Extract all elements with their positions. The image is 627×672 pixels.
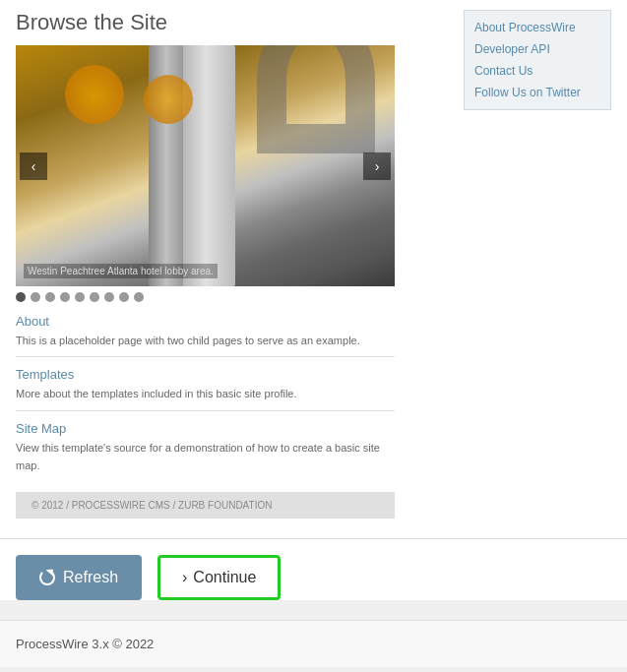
sitemap-link[interactable]: Site Map — [16, 421, 395, 436]
top-section: Browse the Site Westin Peachtree Atlanta… — [0, 0, 627, 519]
sidebar-item-contact-us[interactable]: Contact Us — [465, 60, 610, 82]
dot-9[interactable] — [134, 292, 144, 302]
main-container: Browse the Site Westin Peachtree Atlanta… — [0, 0, 627, 600]
dot-1[interactable] — [16, 292, 26, 302]
page-title: Browse the Site — [16, 10, 448, 35]
slide-image: Westin Peachtree Atlanta hotel lobby are… — [16, 45, 395, 286]
site-footer-bar: © 2012 / PROCESSWIRE CMS / ZURB FOUNDATI… — [16, 492, 395, 519]
content-link-templates: Templates More about the templates inclu… — [16, 367, 395, 410]
about-link[interactable]: About — [16, 314, 395, 329]
sidebar-item-developer-api[interactable]: Developer API — [465, 38, 610, 60]
dot-7[interactable] — [104, 292, 114, 302]
right-sidebar: About ProcessWire Developer API Contact … — [464, 10, 611, 519]
decorative-circle-1 — [65, 65, 124, 124]
continue-button[interactable]: › Continue — [157, 555, 281, 600]
sidebar-item-about-processwire[interactable]: About ProcessWire — [465, 17, 610, 38]
decorative-arch — [257, 45, 375, 153]
section-divider — [0, 538, 627, 539]
dot-6[interactable] — [90, 292, 99, 302]
continue-arrow: › — [182, 569, 187, 586]
content-link-sitemap: Site Map View this template's source for… — [16, 421, 395, 482]
refresh-button[interactable]: Refresh — [16, 555, 142, 600]
dot-4[interactable] — [60, 292, 70, 302]
refresh-icon — [39, 570, 55, 585]
decorative-circle-2 — [144, 75, 193, 124]
about-description: This is a placeholder page with two chil… — [16, 335, 360, 346]
left-panel: Browse the Site Westin Peachtree Atlanta… — [16, 10, 448, 519]
slide-prev-button[interactable]: ‹ — [20, 153, 47, 180]
sitemap-description: View this template's source for a demons… — [16, 442, 380, 471]
refresh-label: Refresh — [63, 569, 118, 586]
sidebar-menu: About ProcessWire Developer API Contact … — [464, 10, 611, 110]
dot-2[interactable] — [31, 292, 40, 302]
content-link-about: About This is a placeholder page with tw… — [16, 314, 395, 357]
dot-5[interactable] — [75, 292, 85, 302]
slide-next-button[interactable]: › — [363, 153, 391, 180]
dot-8[interactable] — [119, 292, 129, 302]
slideshow: Westin Peachtree Atlanta hotel lobby are… — [16, 45, 395, 286]
dot-3[interactable] — [45, 292, 55, 302]
sidebar-item-follow-twitter[interactable]: Follow Us on Twitter — [465, 82, 610, 103]
slide-caption: Westin Peachtree Atlanta hotel lobby are… — [24, 264, 218, 278]
templates-description: More about the templates included in thi… — [16, 388, 297, 399]
slideshow-dots — [16, 292, 448, 302]
content-links: About This is a placeholder page with tw… — [16, 314, 395, 482]
templates-link[interactable]: Templates — [16, 367, 395, 382]
continue-label: Continue — [193, 569, 256, 586]
buttons-section: Refresh › Continue — [0, 555, 627, 600]
page-footer: ProcessWire 3.x © 2022 — [0, 620, 627, 667]
